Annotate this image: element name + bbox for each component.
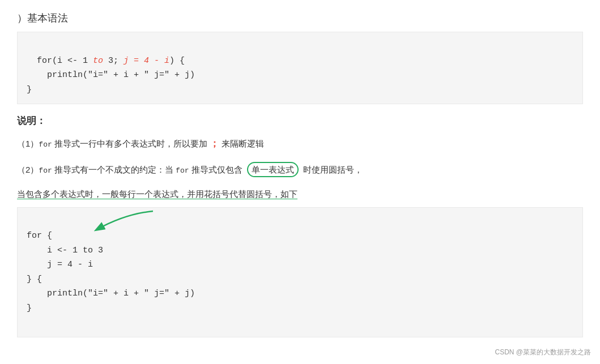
code-to-keyword: to: [93, 56, 103, 66]
desc-2-code: for: [39, 166, 52, 175]
code-line-3: }: [27, 85, 32, 95]
code-block-1: for(i <- 1 to 3; j = 4 - i) { println("i…: [17, 32, 583, 104]
section-title: ）基本语法: [17, 11, 583, 25]
desc-1-prefix: （1）: [17, 139, 39, 148]
code-block-2: for { i <- 1 to 3 j = 4 - i } { println(…: [17, 207, 583, 337]
section-desc-header: 说明：: [17, 114, 583, 127]
desc-item-2: （2）for 推导式有一个不成文的约定：当 for 推导式仅包含 单一表达式 时…: [17, 162, 583, 177]
code2-line6: }: [27, 303, 32, 313]
desc-2-text2: 时使用圆括号，: [303, 165, 363, 174]
desc-2-circle: 单一表达式: [247, 162, 299, 177]
desc-1-code: for: [39, 140, 52, 149]
code2-line4: } {: [27, 275, 42, 284]
desc-item-1: （1）for 推导式一行中有多个表达式时，所以要加 ； 来隔断逻辑: [17, 135, 583, 153]
desc-2-prefix: （2）: [17, 165, 39, 174]
code2-line3: j = 4 - i: [27, 260, 93, 269]
desc-paragraph: 当包含多个表达式时，一般每行一个表达式，并用花括号代替圆括号，如下: [17, 186, 583, 202]
code-line-2: println("i=" + i + " j=" + j): [27, 70, 195, 80]
circle-text: 单一表达式: [247, 162, 299, 177]
code-line-1-mid: 3;: [103, 56, 124, 66]
code-line-1-prefix: for(i <- 1: [37, 56, 93, 66]
code2-line2: i <- 1 to 3: [27, 246, 103, 255]
code-red-expr: j = 4 - i: [124, 56, 169, 66]
code2-line5: println("i=" + i + " j=" + j): [27, 289, 195, 298]
desc-1-text: 推导式一行中有多个表达式时，所以要加 ； 来隔断逻辑: [52, 139, 265, 148]
underline-text: 当包含多个表达式时，一般每行一个表达式，并用花括号代替圆括号，如下: [17, 189, 297, 199]
desc-2-text1: 推导式有一个不成文的约定：当 for 推导式仅包含: [52, 165, 242, 174]
watermark: CSDN @菜菜的大数据开发之路: [495, 348, 591, 357]
code-block-2-wrapper: for { i <- 1 to 3 j = 4 - i } { println(…: [17, 207, 583, 337]
code-line-1-end: ) {: [169, 56, 185, 66]
code2-line1: for {: [27, 231, 52, 241]
